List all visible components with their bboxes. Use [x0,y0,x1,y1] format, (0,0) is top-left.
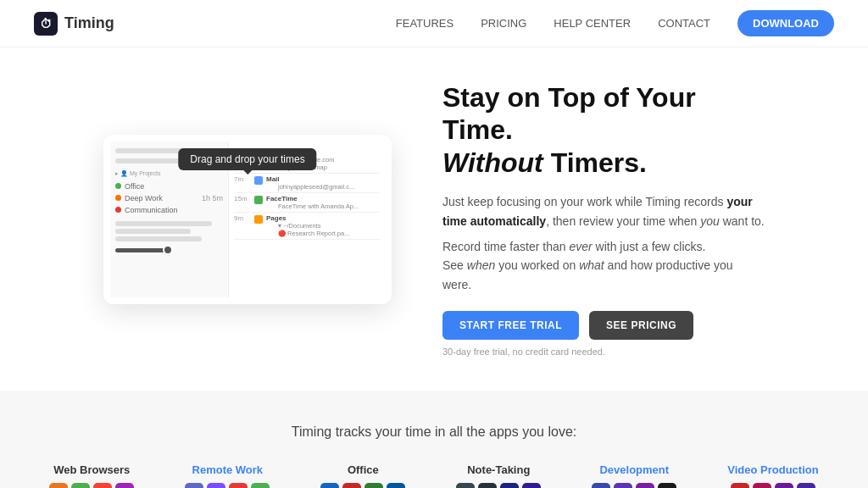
hero-screenshot: Drag and drop your times ▸ 👤 My Projects… [103,135,392,304]
hero-section: Drag and drop your times ▸ 👤 My Projects… [0,47,868,391]
see-pricing-button[interactable]: SEE PRICING [589,311,693,340]
hero-para2: Record time faster than ever with just a… [442,237,765,294]
nav-help[interactable]: HELP CENTER [554,17,631,30]
download-button[interactable]: DOWNLOAD [737,10,834,36]
video-icons: F P A R D C M A [731,483,815,488]
app-cat-remote-title: Remote Work [192,463,264,476]
app-cat-dev: Development V G T ■ P D S T [592,463,676,488]
dev-icon-4: ■ [658,483,676,488]
hero-heading-em: Without [442,147,543,178]
video-icon-2: P [753,483,771,488]
drag-tooltip: Drag and drop your times [178,148,316,170]
logo-icon: ⏱ [34,12,58,36]
app-cat-office: Office W X P O N K P A [320,463,405,488]
video-icon-1: F [731,483,749,488]
dev-icon-3: T [636,483,654,488]
notes-icon-3: B [500,483,519,488]
logo: ⏱ Timing [34,12,114,36]
remote-icon-4: G [251,483,270,488]
office-icon-4: O [387,483,405,488]
hero-heading-rest: Timers. [543,147,647,178]
remote-icon-3: Z [229,483,248,488]
remote-icon-2: T [207,483,225,488]
start-trial-button[interactable]: START FREE TRIAL [442,311,579,340]
dev-icon-2: G [614,483,632,488]
office-icon-2: X [342,483,361,488]
office-icon-1: W [320,483,339,488]
app-cat-notes: Note-Taking N N B O E M B U [456,463,541,488]
apps-section: Timing tracks your time in all the apps … [0,391,868,488]
notes-icons: N N B O E M B U [456,483,541,488]
apps-heading: Timing tracks your time in all the apps … [34,424,834,440]
apps-categories: Web Browsers S C F O B F E T Remote Work… [34,463,834,488]
app-cat-video-title: Video Production [727,463,818,476]
browser-icon-1: S [49,483,68,488]
browser-icons: S C F O B F E T [49,483,134,488]
remote-icon-1: S [185,483,203,488]
notes-icon-1: N [456,483,475,488]
app-cat-remote: Remote Work S T Z G H S J W [185,463,270,488]
hero-heading-line1: Stay on Top of Your Time. [442,82,696,145]
browser-icon-3: F [93,483,112,488]
office-icons: W X P O N K P A [320,483,405,488]
browser-icon-4: O [115,483,134,488]
logo-text: Timing [64,14,114,32]
hero-heading: Stay on Top of Your Time. Without Timers… [442,81,765,179]
browser-icon-2: C [71,483,90,488]
app-cat-browsers: Web Browsers S C F O B F E T [49,463,134,488]
office-icon-3: P [364,483,383,488]
notes-icon-4: O [522,483,541,488]
nav-pricing[interactable]: PRICING [481,17,526,30]
hero-para1: Just keep focusing on your work while Ti… [442,192,765,230]
hero-text: Stay on Top of Your Time. Without Timers… [442,81,765,357]
hero-note: 30-day free trial, no credit card needed… [442,347,765,357]
app-cat-browsers-title: Web Browsers [53,463,130,476]
app-cat-video: Video Production F P A R D C M A [727,463,818,488]
video-icon-4: R [797,483,815,488]
app-cat-notes-title: Note-Taking [467,463,530,476]
notes-icon-2: N [478,483,497,488]
navbar: ⏱ Timing FEATURES PRICING HELP CENTER CO… [0,0,868,47]
app-cat-office-title: Office [348,463,379,476]
remote-icons: S T Z G H S J W [185,483,270,488]
dev-icon-1: V [592,483,610,488]
dev-icons: V G T ■ P D S T [592,483,676,488]
nav-links: FEATURES PRICING HELP CENTER CONTACT DOW… [396,10,834,36]
app-cat-dev-title: Development [599,463,669,476]
nav-features[interactable]: FEATURES [396,17,453,30]
video-icon-3: A [775,483,793,488]
hero-cta: START FREE TRIAL SEE PRICING [442,311,765,340]
nav-contact[interactable]: CONTACT [658,17,710,30]
